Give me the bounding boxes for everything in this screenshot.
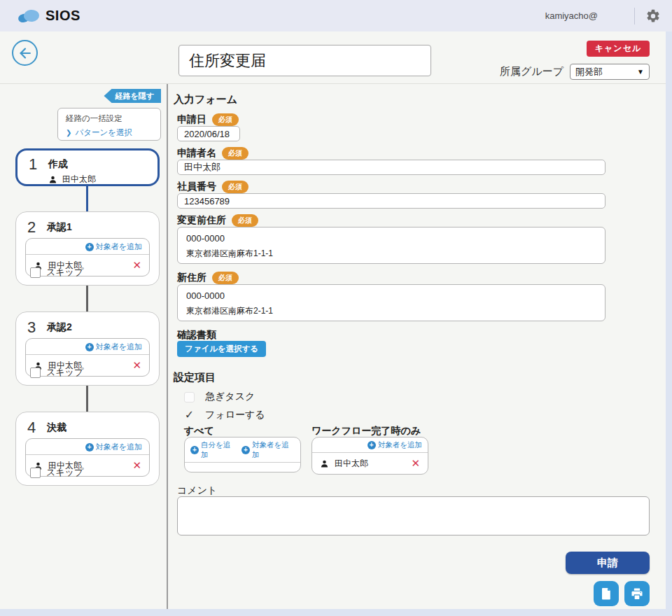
- step-number: 1: [29, 155, 37, 174]
- plus-icon: +: [85, 443, 94, 451]
- plus-icon: +: [85, 343, 94, 351]
- plus-icon: +: [368, 441, 376, 449]
- add-target-link[interactable]: + 対象者を追加: [85, 342, 142, 352]
- user-account-label: kamiyacho@: [545, 10, 598, 21]
- required-badge: 必須: [232, 214, 258, 227]
- select-pattern-link[interactable]: ❯ パターンを選択: [66, 127, 153, 138]
- back-arrow-icon: [18, 46, 33, 61]
- required-badge: 必須: [222, 181, 248, 193]
- back-button[interactable]: [12, 40, 38, 66]
- route-sidebar: 経路を隠す 経路の一括設定 ❯ パターンを選択 1 作成 田中太郎 2 承認1: [0, 84, 168, 609]
- new-address-label: 新住所 必須: [177, 272, 239, 284]
- old-address-textarea[interactable]: 000-0000 東京都港区南麻布1-1-1: [177, 227, 606, 264]
- document-icon: [599, 587, 613, 601]
- group-select-value: 開発部: [575, 66, 603, 78]
- member-item: 田中太郎 ✕: [312, 453, 428, 474]
- step-card-approval1: 2 承認1 + 対象者を追加 田中太郎 ✕ スキップ: [15, 211, 160, 286]
- employee-no-label: 社員番号 必須: [177, 181, 248, 193]
- step-title: 決裁: [47, 421, 66, 434]
- postal-code-text: 000-0000: [186, 290, 596, 301]
- applicant-input[interactable]: [177, 160, 606, 175]
- skip-checkbox[interactable]: [30, 267, 41, 278]
- skip-label: スキップ: [46, 366, 83, 379]
- comment-textarea[interactable]: [177, 496, 650, 536]
- select-file-button[interactable]: ファイルを選択する: [177, 341, 266, 357]
- notify-all-label: すべて: [184, 425, 214, 438]
- brand-text: SIOS: [46, 8, 80, 24]
- route-connector: [86, 386, 88, 412]
- checkmark-icon[interactable]: ✓: [184, 408, 195, 421]
- skip-checkbox[interactable]: [30, 368, 41, 378]
- follow-label: フォローする: [205, 409, 265, 421]
- chevron-right-icon: ❯: [66, 129, 71, 136]
- postal-code-text: 000-0000: [186, 233, 596, 244]
- pattern-box-title: 経路の一括設定: [66, 113, 153, 124]
- vertical-scrollbar[interactable]: [666, 31, 672, 609]
- hide-route-button[interactable]: 経路を隠す: [104, 89, 161, 103]
- route-pattern-box: 経路の一括設定 ❯ パターンを選択: [57, 108, 161, 141]
- notify-complete-box: + 対象者を追加 田中太郎 ✕: [312, 437, 428, 475]
- main-form-area: 入力フォーム 申請日 必須 申請者名 必須 社員番号 必須 変更前住所 必須 0…: [168, 84, 666, 609]
- member-name: 田中太郎: [335, 458, 368, 470]
- add-self-label: 自分を追加: [201, 440, 237, 460]
- step-title: 承認2: [47, 321, 72, 334]
- remove-member-icon[interactable]: ✕: [411, 457, 420, 470]
- documents-label: 確認書類: [177, 329, 216, 342]
- select-pattern-label: パターンを選択: [75, 127, 132, 138]
- remove-member-icon[interactable]: ✕: [132, 259, 141, 272]
- remove-member-icon[interactable]: ✕: [132, 359, 141, 372]
- add-target-link[interactable]: + 対象者を追加: [85, 241, 142, 252]
- old-address-label: 変更前住所 必須: [177, 214, 258, 227]
- required-badge: 必須: [222, 147, 248, 160]
- step-title: 承認1: [47, 221, 72, 234]
- notify-complete-label: ワークフロー完了時のみ: [312, 425, 421, 438]
- submit-button[interactable]: 申請: [566, 552, 650, 574]
- step-title: 作成: [48, 158, 68, 171]
- dropdown-arrow-icon: ▼: [637, 68, 644, 76]
- step-number: 3: [27, 318, 36, 337]
- add-target-link[interactable]: + 対象者を追加: [368, 440, 422, 450]
- add-target-link[interactable]: + 対象者を追加: [85, 442, 142, 452]
- cancel-button[interactable]: キャンセル: [587, 41, 650, 57]
- add-target-label: 対象者を追加: [378, 440, 422, 450]
- add-target-link[interactable]: + 対象者を追加: [241, 440, 295, 460]
- app-window: SIOS kamiyacho@ キャンセル 所属グループ 開発部 ▼ 経路を隠す…: [0, 0, 672, 616]
- follow-option: ✓ フォローする: [184, 408, 265, 421]
- gear-icon[interactable]: [645, 8, 661, 24]
- group-select[interactable]: 開発部 ▼: [570, 64, 650, 80]
- address-text: 東京都港区南麻布2-1-1: [186, 305, 596, 317]
- add-target-label: 対象者を追加: [96, 241, 142, 252]
- top-bar: SIOS kamiyacho@: [0, 0, 672, 31]
- add-self-link[interactable]: + 自分を追加: [190, 440, 237, 460]
- step-number: 2: [27, 218, 36, 237]
- member-item: 田中太郎: [48, 174, 96, 186]
- urgent-task-checkbox[interactable]: [184, 392, 195, 402]
- date-input[interactable]: [177, 126, 240, 141]
- required-badge: 必須: [212, 272, 239, 284]
- export-document-button[interactable]: [594, 581, 619, 606]
- skip-label: スキップ: [46, 266, 83, 279]
- remove-member-icon[interactable]: ✕: [132, 459, 141, 472]
- print-button[interactable]: [624, 581, 650, 606]
- employee-no-input[interactable]: [177, 193, 606, 209]
- printer-icon: [630, 587, 644, 601]
- step-card-create[interactable]: 1 作成 田中太郎: [15, 148, 160, 186]
- workflow-title-input[interactable]: [178, 45, 431, 76]
- step-number: 4: [27, 419, 36, 437]
- sios-logo: SIOS: [18, 8, 80, 24]
- notify-all-box: + 自分を追加 + 対象者を追加: [184, 437, 301, 472]
- urgent-task-label: 急ぎタスク: [205, 391, 255, 403]
- skip-checkbox[interactable]: [30, 468, 41, 478]
- horizontal-scrollbar[interactable]: [0, 609, 672, 616]
- add-target-label: 対象者を追加: [96, 442, 142, 452]
- group-label: 所属グループ: [500, 65, 564, 78]
- address-text: 東京都港区南麻布1-1-1: [186, 248, 596, 260]
- new-address-textarea[interactable]: 000-0000 東京都港区南麻布2-1-1: [177, 284, 606, 321]
- applicant-label: 申請者名 必須: [177, 147, 248, 160]
- add-target-label: 対象者を追加: [96, 342, 142, 352]
- comment-label: コメント: [177, 484, 217, 497]
- date-label: 申請日 必須: [177, 113, 239, 126]
- divider: [634, 8, 635, 24]
- plus-icon: +: [241, 446, 250, 454]
- route-connector: [86, 186, 88, 211]
